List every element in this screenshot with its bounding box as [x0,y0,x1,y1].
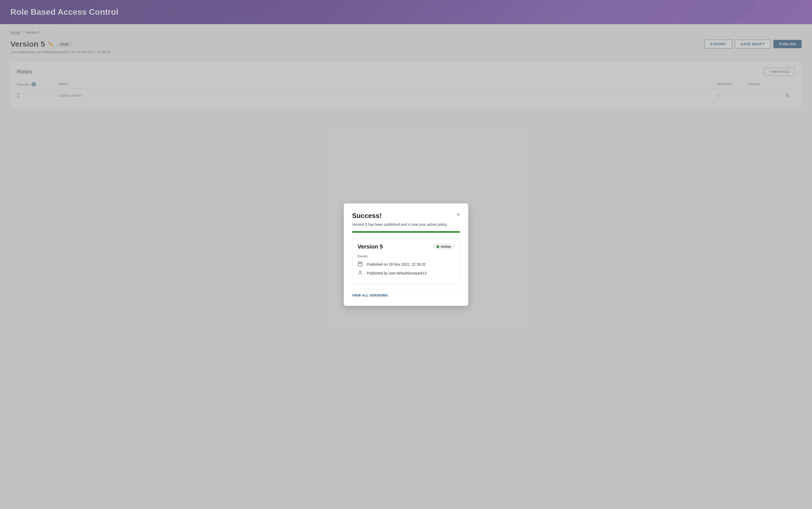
details-label: Details [358,254,454,258]
success-modal: Success! × Version 5 has been published … [344,203,468,306]
version-card-header: Version 5 Active [358,243,454,250]
calendar-icon [358,261,364,267]
svg-rect-0 [358,262,362,266]
published-by-text: Published by user:default/joonpark13 [367,271,426,275]
progress-bar-fill [352,231,460,233]
svg-point-4 [359,271,361,272]
active-dot-icon [436,245,439,248]
published-by-row: Published by user:default/joonpark13 [358,270,454,276]
modal-title: Success! [352,212,382,220]
version-card-title: Version 5 [358,243,383,250]
modal-divider [352,289,460,289]
version-card: Version 5 Active Details Publish [352,238,460,284]
view-all-versions-link[interactable]: VIEW ALL VERSIONS [352,293,388,297]
active-badge-label: Active [441,245,451,248]
active-badge: Active [433,244,454,249]
progress-bar [352,231,460,233]
modal-header: Success! × [352,212,460,220]
person-icon [358,270,364,276]
published-date-row: Published on 28 Nov 2022, 22:39:32 [358,261,454,267]
modal-close-button[interactable]: × [457,212,460,217]
modal-overlay[interactable]: Success! × Version 5 has been published … [0,0,812,509]
modal-subtitle: Version 5 has been published and is now … [352,223,460,227]
published-date-text: Published on 28 Nov 2022, 22:39:32 [367,262,426,266]
